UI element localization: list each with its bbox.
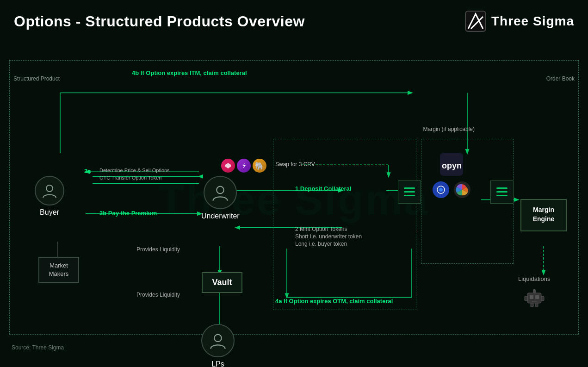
provides-liquidity-vault: Provides Liquidity bbox=[136, 246, 180, 253]
svg-point-39 bbox=[533, 289, 535, 291]
page-title: Options - Structured Products Overview bbox=[14, 13, 305, 30]
step-4b-label: 4b If Option expires ITM, claim collater… bbox=[132, 69, 247, 76]
order-book-label: Order Book bbox=[546, 75, 575, 82]
underwriter-avatar bbox=[204, 176, 237, 209]
logo-icon bbox=[464, 10, 487, 32]
underwriter-person-icon bbox=[211, 183, 229, 202]
svg-rect-27 bbox=[496, 187, 508, 189]
liquidations-label: Liquidations bbox=[518, 275, 550, 282]
logo-pinwheel bbox=[454, 181, 470, 198]
svg-rect-41 bbox=[541, 296, 544, 301]
protocol-box-1 bbox=[398, 180, 421, 204]
logo-text: Three Sigma bbox=[491, 14, 574, 29]
svg-rect-40 bbox=[525, 296, 527, 301]
step-3b-label: 3b Pay the Premium bbox=[99, 210, 157, 217]
svg-rect-43 bbox=[535, 303, 538, 307]
svg-rect-25 bbox=[404, 191, 415, 193]
margin-applicable-label: Margin (if applicable) bbox=[423, 126, 475, 132]
vault-box: Vault bbox=[202, 272, 242, 293]
svg-rect-28 bbox=[496, 191, 508, 193]
svg-text:opyn: opyn bbox=[442, 161, 462, 170]
underwriter-node: Underwriter bbox=[201, 176, 240, 220]
logo-area: Three Sigma bbox=[464, 10, 574, 32]
svg-rect-29 bbox=[496, 195, 508, 196]
svg-rect-24 bbox=[404, 187, 415, 189]
lps-avatar bbox=[201, 324, 235, 357]
market-makers-box: Market Makers bbox=[38, 257, 79, 283]
token-icon-3: 🐘 bbox=[253, 159, 266, 173]
vault-label: Vault bbox=[212, 278, 232, 287]
svg-point-22 bbox=[217, 187, 224, 194]
buyer-avatar bbox=[35, 176, 64, 205]
opyn-icon: opyn bbox=[440, 153, 463, 176]
svg-point-21 bbox=[46, 185, 53, 192]
provides-liquidity-lps: Provides Liquidity bbox=[136, 292, 180, 298]
step-3a-line1: Determine Price & Sell Options bbox=[99, 168, 170, 173]
lps-person-icon bbox=[209, 331, 227, 350]
opyn-area: opyn bbox=[433, 153, 470, 198]
market-makers-label: Market Makers bbox=[49, 262, 69, 277]
margin-engine-box: Margin Engine bbox=[520, 199, 567, 231]
buyer-person-icon bbox=[41, 182, 58, 199]
buyer-node: Buyer bbox=[35, 176, 64, 217]
svg-rect-36 bbox=[535, 295, 539, 299]
protocol-box-2 bbox=[490, 180, 514, 204]
logo-blue bbox=[433, 181, 449, 198]
svg-rect-37 bbox=[532, 301, 537, 302]
buyer-label: Buyer bbox=[40, 208, 59, 217]
svg-rect-26 bbox=[404, 195, 415, 196]
source-label: Source: Three Sigma bbox=[12, 344, 64, 351]
bot-icon bbox=[523, 286, 546, 309]
structured-product-label: Structured Product bbox=[13, 75, 60, 82]
svg-rect-42 bbox=[531, 303, 533, 307]
step-3a-line2: OTC Transfer Option Token bbox=[99, 175, 161, 180]
svg-point-33 bbox=[439, 188, 443, 192]
hamburger-icon-2 bbox=[496, 187, 508, 197]
hamburger-icon-1 bbox=[404, 187, 415, 197]
step-3a-num: 3a bbox=[84, 168, 91, 174]
inner-protocol-box bbox=[273, 139, 416, 310]
diagram-container: Three Sigma Structured Product Order Boo… bbox=[9, 46, 579, 353]
svg-point-23 bbox=[214, 335, 222, 342]
margin-engine-label: Margin Engine bbox=[533, 206, 555, 223]
token-icon-1 bbox=[221, 159, 235, 173]
underwriter-label: Underwriter bbox=[201, 212, 240, 220]
lps-node: LPs bbox=[201, 324, 235, 367]
secondary-logos bbox=[433, 181, 470, 198]
svg-rect-35 bbox=[530, 295, 533, 299]
liquidations-area: Liquidations bbox=[518, 275, 550, 309]
opyn-logo-container: opyn bbox=[440, 153, 463, 176]
header: Options - Structured Products Overview T… bbox=[0, 0, 588, 37]
lps-label: LPs bbox=[211, 360, 224, 367]
token-icon-2 bbox=[237, 159, 251, 173]
token-icons-row: 🐘 bbox=[221, 159, 266, 173]
